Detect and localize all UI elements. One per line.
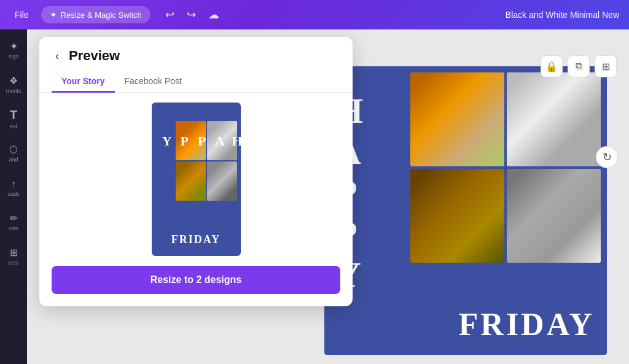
elements-icon: ❖: [9, 75, 18, 87]
sidebar-item-draw-label: raw: [9, 226, 18, 232]
undo-button[interactable]: ↩: [160, 6, 179, 24]
copy-button[interactable]: ⧉: [568, 55, 590, 77]
story-preview-inner: HAPPY FRIDAY: [152, 103, 241, 256]
sidebar-item-brand[interactable]: ⬡ and: [2, 137, 25, 169]
magic-switch-button[interactable]: ✦ Resize & Magic Switch: [41, 6, 150, 23]
content-area: ‹ Preview Your Story Facebook Post HAPPY: [27, 29, 629, 364]
sidebar-item-text[interactable]: T ext: [2, 103, 25, 135]
sidebar-item-projects-label: ects: [9, 260, 19, 266]
resize-button[interactable]: Resize to 2 designs: [52, 266, 340, 294]
nav-buttons: ↩ ↪ ☁: [160, 6, 224, 24]
preview-title: Preview: [69, 48, 120, 64]
canvas-friday-text: FRIDAY: [459, 306, 595, 343]
lock-button[interactable]: 🔒: [541, 55, 563, 77]
add-button[interactable]: ⊞: [595, 55, 617, 77]
magic-switch-icon: ✦: [50, 10, 57, 20]
sidebar-item-elements[interactable]: ❖ ments: [2, 69, 25, 101]
canvas-main: HAPPY FRIDAY: [324, 66, 607, 355]
text-icon: T: [10, 108, 17, 122]
sidebar: ✦ sign ❖ ments T ext ⬡ and ↑ oads ✏ raw …: [0, 29, 27, 364]
redo-button[interactable]: ↪: [182, 6, 201, 24]
sidebar-item-draw[interactable]: ✏ raw: [2, 206, 25, 238]
sidebar-item-uploads-label: oads: [7, 192, 20, 198]
canvas-photo-br: [507, 169, 601, 263]
sidebar-item-elements-label: ments: [6, 88, 21, 95]
story-photo-br: [207, 161, 237, 201]
draw-icon: ✏: [10, 212, 18, 224]
design-icon: ✦: [10, 41, 18, 52]
canvas-photo-tl: [410, 72, 504, 166]
story-preview-card: HAPPY FRIDAY: [152, 103, 241, 256]
lock-icon: 🔒: [545, 61, 558, 72]
projects-icon: ⊞: [10, 247, 18, 258]
preview-content: HAPPY FRIDAY: [39, 93, 353, 266]
canvas-photo-tr: [507, 72, 601, 166]
refresh-button[interactable]: ↻: [596, 146, 618, 168]
sidebar-item-uploads[interactable]: ↑ oads: [2, 172, 25, 204]
canvas-photo-grid: [410, 72, 601, 263]
brand-icon: ⬡: [9, 144, 18, 155]
preview-back-button[interactable]: ‹: [52, 48, 63, 64]
main-layout: ✦ sign ❖ ments T ext ⬡ and ↑ oads ✏ raw …: [0, 29, 629, 364]
sidebar-item-design[interactable]: ✦ sign: [2, 34, 25, 66]
sidebar-item-design-label: sign: [9, 54, 19, 60]
topbar: File ✦ Resize & Magic Switch ↩ ↪ ☁ Black…: [0, 0, 629, 29]
tab-facebook-post[interactable]: Facebook Post: [115, 71, 192, 93]
canvas-toolbar: 🔒 ⧉ ⊞: [541, 55, 617, 77]
story-friday-text: FRIDAY: [152, 233, 241, 246]
preview-header: ‹ Preview: [39, 37, 353, 64]
sidebar-item-projects[interactable]: ⊞ ects: [2, 241, 25, 273]
preview-modal: ‹ Preview Your Story Facebook Post HAPPY: [39, 37, 353, 306]
sidebar-item-brand-label: and: [9, 157, 18, 163]
sidebar-item-text-label: ext: [10, 124, 17, 130]
add-icon: ⊞: [602, 61, 610, 72]
canvas-photo-bl: [410, 169, 504, 263]
cloud-save-button[interactable]: ☁: [203, 6, 224, 24]
file-menu-button[interactable]: File: [7, 6, 36, 23]
story-photo-bl: [176, 161, 206, 201]
document-title: Black and White Minimal New: [506, 10, 619, 20]
uploads-icon: ↑: [11, 179, 16, 190]
story-happy-text: HAPPY: [158, 133, 241, 149]
preview-tabs: Your Story Facebook Post: [39, 64, 353, 93]
copy-icon: ⧉: [576, 61, 582, 72]
tab-your-story[interactable]: Your Story: [52, 71, 115, 93]
refresh-icon: ↻: [603, 150, 612, 164]
